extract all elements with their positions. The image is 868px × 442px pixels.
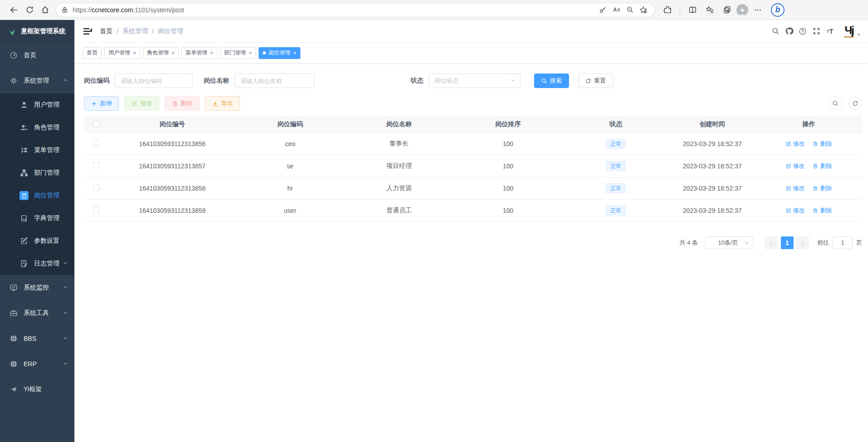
user-menu-caret-icon[interactable]: ▾: [858, 32, 860, 37]
edit-icon: [786, 186, 791, 191]
next-page-button[interactable]: ›: [796, 236, 809, 249]
split-screen-icon[interactable]: [685, 2, 700, 18]
address-bar[interactable]: https://ccnetcore.com:1101/system/post: [55, 3, 655, 17]
row-edit-link[interactable]: 修改: [786, 140, 805, 148]
tab-post-mgmt[interactable]: 岗位管理×: [259, 47, 300, 59]
sidebar-item-post-mgmt[interactable]: 岗位管理: [0, 184, 74, 207]
toggle-search-button[interactable]: [829, 97, 842, 110]
page-unit-label: 页: [856, 239, 862, 247]
tab-dept-mgmt[interactable]: 部门管理×: [220, 47, 256, 59]
delete-button[interactable]: 删除: [165, 96, 200, 111]
user-avatar-logo[interactable]: Чj: [844, 25, 854, 38]
sidebar-item-system-tools[interactable]: 系统工具: [0, 300, 74, 326]
close-icon[interactable]: ×: [249, 50, 252, 56]
tab-user-mgmt[interactable]: 用户管理×: [104, 47, 140, 59]
tab-menu-mgmt[interactable]: 菜单管理×: [181, 47, 217, 59]
goto-label: 前往: [817, 239, 829, 247]
sidebar-item-dict-mgmt[interactable]: 字典管理: [0, 207, 74, 230]
browser-profile-avatar[interactable]: [736, 4, 748, 16]
font-size-icon[interactable]: TT: [823, 25, 837, 38]
row-delete-link[interactable]: 删除: [813, 140, 832, 148]
trash-icon: [813, 186, 818, 191]
leaf-logo-icon: [7, 26, 17, 36]
prev-page-button[interactable]: ‹: [765, 236, 777, 249]
fullscreen-icon[interactable]: [809, 25, 823, 38]
extensions-icon[interactable]: [660, 2, 675, 18]
menu-fold-icon[interactable]: [83, 26, 93, 36]
search-form: 岗位编码 岗位名称 状态 岗位状态 搜索 重置: [84, 74, 862, 88]
globe-icon: [9, 334, 18, 343]
table-row[interactable]: 1641030593112313856 ceo 董事长 100 正常 2023-…: [84, 133, 862, 155]
trash-icon: [172, 101, 178, 107]
sidebar-item-dept-mgmt[interactable]: 部门管理: [0, 162, 74, 184]
row-delete-link[interactable]: 删除: [813, 206, 832, 215]
col-status: 状态: [563, 116, 669, 133]
row-edit-link[interactable]: 修改: [786, 162, 805, 170]
zoom-out-icon[interactable]: [623, 3, 637, 17]
copilot-pages-icon[interactable]: [719, 2, 735, 18]
sidebar-item-log-mgmt[interactable]: 日志管理: [0, 252, 74, 275]
status-select[interactable]: 岗位状态: [429, 74, 520, 88]
close-icon[interactable]: ×: [210, 50, 213, 56]
github-icon[interactable]: [782, 25, 796, 38]
sidebar-item-role-mgmt[interactable]: 角色管理: [0, 116, 74, 139]
col-created: 创建时间: [669, 116, 755, 133]
search-button[interactable]: 搜索: [534, 74, 569, 88]
post-code-input[interactable]: [115, 74, 193, 88]
page-size-select[interactable]: 10条/页: [705, 236, 754, 249]
breadcrumb-home[interactable]: 首页: [100, 27, 113, 35]
tab-role-mgmt[interactable]: 角色管理×: [143, 47, 179, 59]
sidebar-item-menu-mgmt[interactable]: 菜单管理: [0, 139, 74, 162]
browser-refresh-icon[interactable]: [22, 2, 37, 18]
password-key-icon[interactable]: [596, 3, 609, 17]
users-icon: [20, 123, 29, 132]
row-delete-link[interactable]: 删除: [813, 184, 832, 192]
url-text[interactable]: https://ccnetcore.com:1101/system/post: [73, 6, 596, 14]
table-row[interactable]: 1641030593112313859 user 普通员工 100 正常 202…: [84, 199, 862, 221]
refresh-table-button[interactable]: [848, 97, 862, 110]
close-icon[interactable]: ×: [172, 50, 175, 56]
copilot-bing-icon[interactable]: b: [771, 3, 785, 17]
sidebar-item-home[interactable]: 首页: [0, 43, 74, 68]
read-aloud-icon[interactable]: [609, 3, 623, 17]
col-actions: 操作: [755, 116, 862, 133]
browser-settings-more-icon[interactable]: [750, 2, 765, 18]
row-checkbox[interactable]: [93, 140, 99, 146]
help-icon[interactable]: [796, 25, 809, 38]
sidebar-item-user-mgmt[interactable]: 用户管理: [0, 93, 74, 116]
status-badge: 正常: [606, 206, 626, 216]
row-checkbox[interactable]: [93, 184, 99, 191]
row-edit-link[interactable]: 修改: [786, 206, 805, 215]
add-favorite-icon[interactable]: [637, 3, 650, 17]
table-row[interactable]: 1641030593112313857 se 项目经理 100 正常 2023-…: [84, 155, 862, 177]
toolbar-divider: [680, 6, 680, 14]
tab-home[interactable]: 首页: [83, 47, 102, 59]
browser-home-icon[interactable]: [37, 2, 53, 18]
close-icon[interactable]: ×: [293, 50, 296, 56]
reset-button[interactable]: 重置: [578, 74, 613, 88]
header-search-icon[interactable]: [769, 25, 782, 38]
sidebar-item-param-settings[interactable]: 参数设置: [0, 230, 74, 252]
row-checkbox[interactable]: [93, 162, 99, 168]
sidebar-item-bbs[interactable]: BBS: [0, 326, 74, 351]
select-all-checkbox[interactable]: [93, 120, 99, 127]
close-icon[interactable]: ×: [133, 50, 136, 56]
sidebar-item-erp[interactable]: ERP: [0, 351, 74, 377]
sidebar-item-system-monitor[interactable]: 系统监控: [0, 275, 74, 300]
add-button[interactable]: 新增: [84, 96, 119, 111]
breadcrumb-post: 岗位管理: [158, 27, 183, 35]
table-row[interactable]: 1641030593112313858 hr 人力资源 100 正常 2023-…: [84, 177, 862, 199]
browser-back-icon[interactable]: [6, 2, 22, 18]
goto-page-input[interactable]: [833, 236, 853, 249]
edit-button[interactable]: 修改: [124, 96, 159, 111]
export-button[interactable]: 导出: [205, 96, 240, 111]
row-checkbox[interactable]: [93, 206, 99, 213]
collections-icon[interactable]: [702, 2, 717, 18]
current-page-button[interactable]: 1: [781, 236, 794, 249]
row-delete-link[interactable]: 删除: [813, 162, 832, 170]
chevron-down-icon: [510, 77, 515, 85]
row-edit-link[interactable]: 修改: [786, 184, 805, 192]
sidebar-item-yi-framework[interactable]: Yi框架: [0, 377, 74, 402]
sidebar-item-system-mgmt[interactable]: 系统管理: [0, 68, 74, 93]
post-name-input[interactable]: [235, 74, 314, 88]
